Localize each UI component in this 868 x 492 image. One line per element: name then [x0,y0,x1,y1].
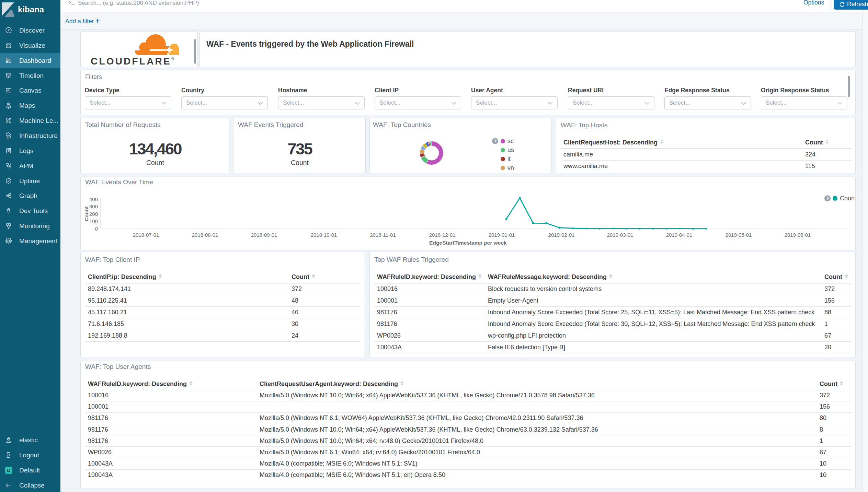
svg-text:100: 100 [89,218,98,224]
svg-text:2019-06-01: 2019-06-01 [785,232,811,238]
svg-text:2018-07-01: 2018-07-01 [133,232,159,238]
svg-text:0: 0 [95,226,98,232]
svg-text:D: D [7,468,10,473]
svg-text:2018-12-01: 2018-12-01 [429,232,456,238]
svg-text:2019-01-01: 2019-01-01 [489,232,515,238]
svg-text:300: 300 [89,203,98,209]
svg-text:200: 200 [89,211,98,217]
svg-text:2018-09-01: 2018-09-01 [251,232,277,238]
svg-text:2019-05-01: 2019-05-01 [726,232,752,238]
svg-text:2019-02-01: 2019-02-01 [548,232,575,238]
svg-text:2019-04-01: 2019-04-01 [666,232,693,238]
svg-text:2018-11-01: 2018-11-01 [370,232,396,238]
svg-text:2018-08-01: 2018-08-01 [192,232,218,238]
svg-text:400: 400 [89,196,98,202]
svg-text:EdgeStartTimestamp per week: EdgeStartTimestamp per week [429,240,507,246]
svg-text:2018-10-01: 2018-10-01 [311,232,337,238]
svg-text:2019-03-01: 2019-03-01 [607,232,633,238]
svg-text:Count: Count [83,206,89,221]
